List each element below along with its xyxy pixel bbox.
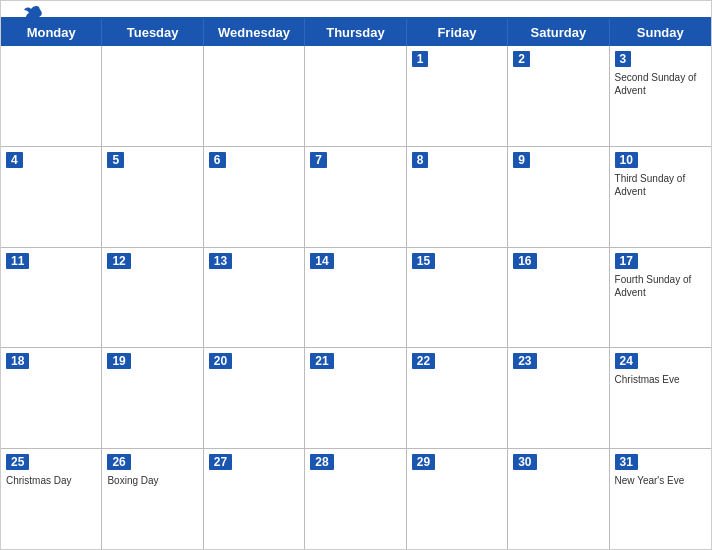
calendar-cell: 11 [1, 248, 102, 348]
cell-event: Christmas Eve [615, 373, 706, 386]
day-header-wednesday: Wednesday [204, 19, 305, 46]
calendar-cell: 31New Year's Eve [610, 449, 711, 549]
calendar-cell: 20 [204, 348, 305, 448]
calendar-cell: 14 [305, 248, 406, 348]
calendar: MondayTuesdayWednesdayThursdayFridaySatu… [1, 17, 711, 549]
calendar-cell: 30 [508, 449, 609, 549]
cell-event: Second Sunday of Advent [615, 71, 706, 97]
day-header-thursday: Thursday [305, 19, 406, 46]
day-number: 24 [615, 353, 638, 369]
cell-event: Christmas Day [6, 474, 96, 487]
day-number: 27 [209, 454, 232, 470]
calendar-cell: 7 [305, 147, 406, 247]
calendar-cell: 12 [102, 248, 203, 348]
day-number: 15 [412, 253, 435, 269]
day-number: 21 [310, 353, 333, 369]
calendar-cell: 23 [508, 348, 609, 448]
calendar-body: 123Second Sunday of Advent45678910Third … [1, 46, 711, 549]
day-number: 29 [412, 454, 435, 470]
calendar-cell: 10Third Sunday of Advent [610, 147, 711, 247]
day-number: 26 [107, 454, 130, 470]
calendar-header-row: MondayTuesdayWednesdayThursdayFridaySatu… [1, 19, 711, 46]
calendar-cell: 18 [1, 348, 102, 448]
day-number: 10 [615, 152, 638, 168]
calendar-cell [204, 46, 305, 146]
calendar-cell: 25Christmas Day [1, 449, 102, 549]
calendar-cell: 9 [508, 147, 609, 247]
day-number: 9 [513, 152, 530, 168]
cell-event: New Year's Eve [615, 474, 706, 487]
calendar-cell: 13 [204, 248, 305, 348]
day-number: 3 [615, 51, 632, 67]
header [1, 1, 711, 17]
week-row-5: 25Christmas Day26Boxing Day2728293031New… [1, 449, 711, 549]
week-row-1: 123Second Sunday of Advent [1, 46, 711, 147]
calendar-cell: 5 [102, 147, 203, 247]
cell-event: Boxing Day [107, 474, 197, 487]
day-number: 1 [412, 51, 429, 67]
day-number: 23 [513, 353, 536, 369]
day-number: 30 [513, 454, 536, 470]
day-number: 4 [6, 152, 23, 168]
calendar-cell: 24Christmas Eve [610, 348, 711, 448]
day-number: 12 [107, 253, 130, 269]
day-number: 2 [513, 51, 530, 67]
calendar-cell: 3Second Sunday of Advent [610, 46, 711, 146]
day-number: 13 [209, 253, 232, 269]
calendar-cell [102, 46, 203, 146]
calendar-cell: 29 [407, 449, 508, 549]
calendar-cell: 6 [204, 147, 305, 247]
day-number: 22 [412, 353, 435, 369]
cell-event: Third Sunday of Advent [615, 172, 706, 198]
logo [17, 11, 43, 29]
calendar-cell: 22 [407, 348, 508, 448]
day-number: 14 [310, 253, 333, 269]
calendar-cell: 26Boxing Day [102, 449, 203, 549]
calendar-cell: 2 [508, 46, 609, 146]
calendar-cell: 17Fourth Sunday of Advent [610, 248, 711, 348]
day-number: 28 [310, 454, 333, 470]
day-number: 19 [107, 353, 130, 369]
calendar-cell: 21 [305, 348, 406, 448]
week-row-2: 45678910Third Sunday of Advent [1, 147, 711, 248]
calendar-cell: 27 [204, 449, 305, 549]
calendar-cell: 16 [508, 248, 609, 348]
day-number: 16 [513, 253, 536, 269]
day-number: 11 [6, 253, 29, 269]
cell-event: Fourth Sunday of Advent [615, 273, 706, 299]
day-number: 5 [107, 152, 124, 168]
day-number: 6 [209, 152, 226, 168]
logo-bird-icon [21, 3, 43, 29]
calendar-cell: 19 [102, 348, 203, 448]
week-row-3: 11121314151617Fourth Sunday of Advent [1, 248, 711, 349]
day-header-sunday: Sunday [610, 19, 711, 46]
day-number: 18 [6, 353, 29, 369]
week-row-4: 18192021222324Christmas Eve [1, 348, 711, 449]
day-number: 20 [209, 353, 232, 369]
day-number: 8 [412, 152, 429, 168]
calendar-cell: 8 [407, 147, 508, 247]
calendar-page: MondayTuesdayWednesdayThursdayFridaySatu… [0, 0, 712, 550]
day-number: 7 [310, 152, 327, 168]
day-header-saturday: Saturday [508, 19, 609, 46]
day-header-tuesday: Tuesday [102, 19, 203, 46]
day-number: 31 [615, 454, 638, 470]
calendar-cell [305, 46, 406, 146]
day-number: 25 [6, 454, 29, 470]
calendar-cell: 28 [305, 449, 406, 549]
day-number: 17 [615, 253, 638, 269]
calendar-cell: 1 [407, 46, 508, 146]
calendar-cell [1, 46, 102, 146]
calendar-cell: 15 [407, 248, 508, 348]
calendar-cell: 4 [1, 147, 102, 247]
day-header-friday: Friday [407, 19, 508, 46]
